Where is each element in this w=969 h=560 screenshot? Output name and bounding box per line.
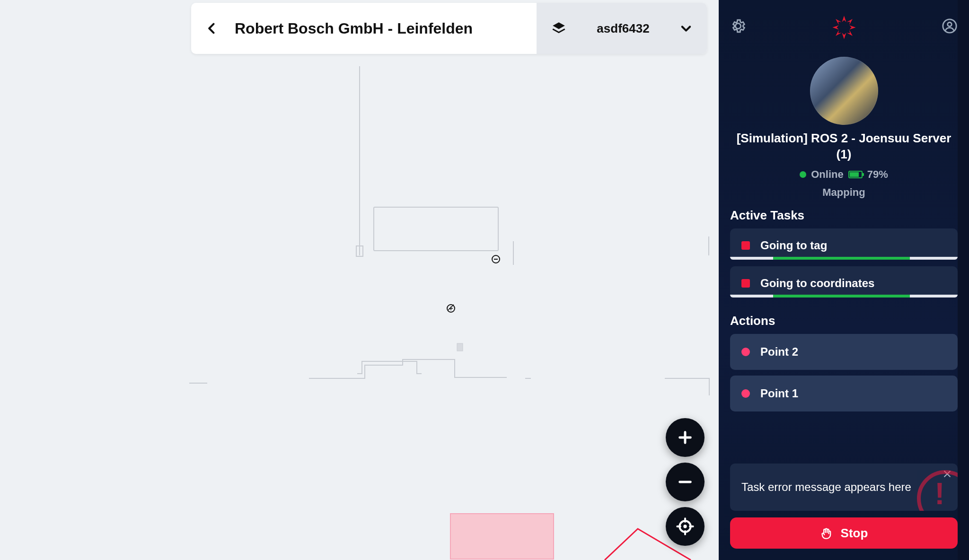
map-dropdown[interactable]: asdf6432 [537,3,707,54]
sidebar: [Simulation] ROS 2 - Joensuu Server (1) … [719,0,969,560]
profile-icon [942,18,958,34]
robot-avatar [810,57,878,125]
task-label: Going to tag [760,239,827,252]
alert-icon: ! [917,470,958,511]
header-left: Robert Bosch GmbH - Leinfelden [191,3,537,54]
map-marker-robot [447,305,455,312]
action-item[interactable]: Point 1 [730,376,958,411]
robot-status-label: Online [811,168,843,181]
app-logo-icon [831,14,857,41]
error-card: Task error message appears here ! [730,464,958,511]
map-dropdown-label: asdf6432 [597,21,649,36]
layers-icon [551,20,567,36]
svg-marker-16 [846,30,852,36]
minus-icon [677,474,693,490]
battery-percent: 79% [867,168,888,181]
sidebar-topbar [730,0,958,55]
map-marker-target [492,255,500,263]
page-title: Robert Bosch GmbH - Leinfelden [235,20,473,37]
zoom-out-button[interactable] [666,463,705,501]
svg-rect-8 [450,514,554,559]
svg-rect-4 [457,343,463,351]
settings-button[interactable] [730,18,746,37]
active-tasks-title: Active Tasks [730,208,958,223]
window-scrollbar[interactable] [958,0,969,560]
svg-rect-1 [374,207,498,251]
robot-status-row: Online 79% [800,168,888,181]
map-header: Robert Bosch GmbH - Leinfelden asdf6432 [191,3,707,54]
task-item: Going to tag [730,228,958,260]
profile-button[interactable] [942,18,958,37]
stop-button[interactable]: Stop [730,517,958,549]
crosshair-icon [676,517,695,536]
zoom-in-button[interactable] [666,418,705,457]
gear-icon [730,18,746,34]
map-controls [666,418,705,546]
map-canvas[interactable] [0,0,719,560]
svg-marker-13 [842,33,846,39]
hand-icon [820,526,833,540]
robot-mode: Mapping [822,186,865,199]
plus-icon [677,429,693,446]
battery-icon [848,171,863,178]
svg-marker-18 [836,19,841,25]
svg-point-10 [683,525,687,528]
task-stop-button[interactable] [741,279,750,288]
task-progress [730,257,958,260]
action-label: Point 2 [760,345,798,359]
status-dot-icon [800,171,806,178]
chevron-left-icon [205,22,219,35]
svg-point-20 [948,22,952,26]
svg-marker-11 [842,16,846,22]
task-progress [730,295,958,298]
error-message: Task error message appears here [741,481,946,494]
actions-title: Actions [730,314,958,328]
robot-name: [Simulation] ROS 2 - Joensuu Server (1) [730,131,958,163]
svg-marker-15 [846,19,852,25]
task-label: Going to coordinates [760,277,874,290]
stop-button-label: Stop [841,526,868,541]
action-item[interactable]: Point 2 [730,334,958,370]
svg-marker-14 [832,26,838,30]
svg-marker-12 [849,26,855,30]
action-label: Point 1 [760,387,798,400]
svg-marker-17 [836,30,841,36]
map-area[interactable]: Robert Bosch GmbH - Leinfelden asdf6432 [0,0,719,560]
task-item: Going to coordinates [730,266,958,298]
point-dot-icon [741,389,750,398]
task-stop-button[interactable] [741,241,750,250]
robot-card: [Simulation] ROS 2 - Joensuu Server (1) … [730,57,958,199]
center-button[interactable] [666,507,705,546]
point-dot-icon [741,348,750,356]
back-button[interactable] [203,19,221,38]
chevron-down-icon [679,22,693,35]
